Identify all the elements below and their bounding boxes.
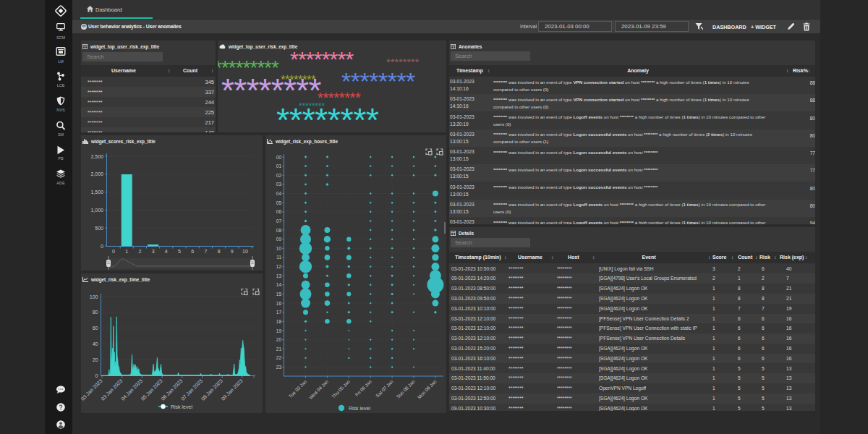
svg-text:500: 500	[95, 226, 103, 231]
svg-text:10: 10	[276, 246, 282, 251]
svg-text:9: 9	[231, 249, 234, 254]
svg-text:Fri 06 Jan: Fri 06 Jan	[354, 378, 373, 397]
svg-text:06: 06	[276, 209, 282, 214]
svg-text:21: 21	[276, 346, 282, 352]
svg-text:02: 02	[276, 173, 282, 178]
svg-text:03: 03	[276, 182, 282, 187]
svg-text:20: 20	[93, 357, 98, 362]
svg-text:1,000: 1,000	[90, 208, 103, 213]
svg-text:14: 14	[276, 282, 282, 287]
svg-text:05: 05	[276, 200, 282, 205]
svg-text:0: 0	[101, 244, 103, 249]
svg-text:Mon 09 Jan: Mon 09 Jan	[417, 378, 438, 399]
svg-text:15: 15	[276, 292, 282, 297]
svg-text:00: 00	[276, 155, 282, 160]
svg-text:11: 11	[276, 255, 281, 260]
svg-text:0: 0	[112, 249, 115, 254]
svg-text:4: 4	[165, 249, 168, 254]
svg-text:Sun 08 Jan: Sun 08 Jan	[396, 378, 416, 399]
svg-text:Sat 07 Jan: Sat 07 Jan	[375, 378, 394, 398]
svg-text:Tue 03 Jan: Tue 03 Jan	[287, 378, 307, 399]
svg-text:04: 04	[276, 191, 282, 196]
svg-text:60: 60	[93, 326, 98, 331]
svg-text:17: 17	[276, 310, 282, 315]
svg-text:Thu 05 Jan: Thu 05 Jan	[331, 378, 351, 399]
svg-text:23: 23	[276, 365, 282, 370]
svg-text:22: 22	[276, 355, 282, 360]
svg-text:1: 1	[125, 249, 128, 254]
svg-text:19: 19	[276, 328, 282, 333]
svg-text:09: 09	[276, 237, 282, 242]
svg-text:100: 100	[90, 294, 98, 299]
svg-text:1,500: 1,500	[90, 190, 103, 195]
svg-text:40: 40	[93, 341, 98, 346]
svg-text:09 Jan 2023: 09 Jan 2023	[220, 378, 243, 401]
svg-text:2,000: 2,000	[90, 171, 103, 176]
svg-text:Risk level: Risk level	[171, 404, 192, 409]
svg-text:07: 07	[276, 218, 282, 224]
svg-text:Wed 04 Jan: Wed 04 Jan	[308, 378, 330, 400]
svg-text:10: 10	[242, 249, 248, 254]
svg-text:2,500: 2,500	[90, 154, 103, 159]
svg-text:80: 80	[93, 310, 98, 315]
svg-text:0: 0	[95, 373, 98, 378]
svg-text:7: 7	[204, 249, 207, 254]
svg-text:08: 08	[276, 228, 282, 233]
svg-text:8: 8	[218, 249, 221, 254]
svg-text:Risk level: Risk level	[349, 406, 370, 411]
svg-text:18: 18	[276, 319, 282, 324]
svg-text:12: 12	[276, 264, 282, 269]
svg-text:13: 13	[276, 273, 282, 278]
svg-text:6: 6	[191, 249, 194, 254]
svg-text:3: 3	[152, 249, 155, 254]
svg-text:20: 20	[276, 337, 282, 342]
svg-text:16: 16	[276, 301, 282, 306]
svg-text:01: 01	[276, 163, 282, 169]
svg-text:5: 5	[178, 249, 181, 254]
svg-text:2: 2	[138, 249, 141, 254]
